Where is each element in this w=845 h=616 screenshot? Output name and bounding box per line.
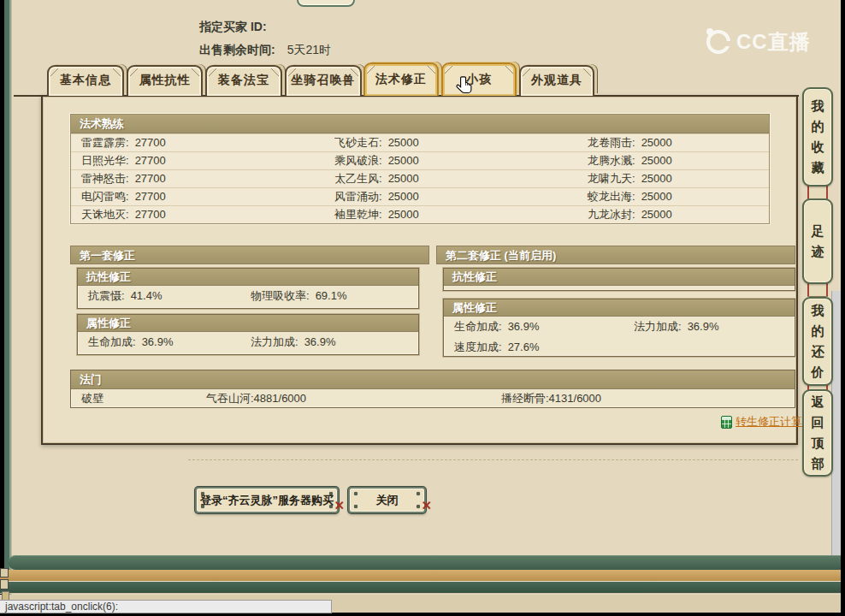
rebirth-correction-calculator-link[interactable]: 转生修正计算器 — [721, 414, 813, 429]
stat-label: 生命加成: — [88, 335, 136, 348]
tab-mount-summon[interactable]: 坐骑召唤兽 — [285, 65, 362, 96]
stat-value: 36.9% — [304, 335, 336, 348]
spell-entry: 袖里乾坤:25000 — [334, 206, 588, 223]
red-seal-icon: ✕ — [421, 494, 432, 517]
tab-label: 属性抗性 — [128, 67, 201, 93]
stat-entry: 法力加成:36.9% — [634, 317, 784, 337]
bottom-frame-bar-green — [0, 581, 841, 594]
spell-entry: 太乙生风:25000 — [334, 170, 588, 187]
stat-entry: 生命加成:36.9% — [88, 332, 251, 352]
tab-label: 坐骑召唤兽 — [287, 67, 360, 93]
spell-entry: 天诛地灭:27700 — [81, 206, 334, 223]
spell-row: 电闪雷鸣:27700 风雷涌动:25000 蛟龙出海:25000 — [71, 187, 769, 205]
bottom-frame-bar — [9, 555, 841, 570]
spell-row: 雷神怒击:27700 太乙生风:25000 龙啸九天:25000 — [71, 169, 769, 187]
set1-attr-row: 生命加成:36.9% 法力加成:36.9% — [78, 332, 418, 352]
detail-panel: 法术熟练 雷霆霹雳:27700 飞砂走石:25000 龙卷雨击:25000 日照… — [41, 95, 798, 445]
set1-resist-row: 抗震慑:41.4% 物理吸收率:69.1% — [78, 286, 418, 306]
famen-entry: 播经断骨:4131/6000 — [501, 389, 784, 407]
stat-entry: 法力加成:36.9% — [251, 332, 408, 352]
stat-entry: 速度加成:27.6% — [454, 337, 634, 358]
sale-time-value: 5天21时 — [287, 43, 331, 58]
stat-value: 27.6% — [508, 341, 540, 353]
spell-row: 日照光华:27700 乘风破浪:25000 龙腾水溅:25000 — [71, 151, 769, 169]
sidebar-label: 返回顶部 — [811, 392, 825, 474]
set2-attr-title: 属性修正 — [444, 299, 795, 317]
sidebar-label: 我的收藏 — [811, 96, 825, 178]
tab-attribute-resist[interactable]: 属性抗性 — [127, 65, 203, 96]
spell-name: 风雷涌动: — [334, 190, 382, 203]
spell-entry: 蛟龙出海:25000 — [588, 188, 759, 205]
spell-entry: 龙腾水溅:25000 — [588, 152, 759, 169]
spell-name: 雷神怒击: — [81, 172, 129, 185]
spell-entry: 龙卷雨击:25000 — [588, 134, 759, 151]
spell-value: 25000 — [641, 136, 672, 149]
window-frame-right — [841, 0, 845, 616]
first-set-title: 第一套修正 — [70, 246, 429, 264]
spell-value: 27700 — [135, 190, 166, 203]
spell-value: 25000 — [641, 208, 672, 221]
window-frame-left — [0, 0, 14, 616]
sidebar-back-to-top-button[interactable]: 返回顶部 — [802, 389, 833, 477]
spell-name: 太乙生风: — [334, 172, 382, 185]
sidebar-footprints-button[interactable]: 足迹 — [802, 198, 833, 284]
spell-entry: 电闪雷鸣:27700 — [81, 188, 334, 205]
spell-value: 27700 — [135, 154, 166, 167]
spell-value: 25000 — [388, 154, 419, 167]
spell-name: 龙卷雨击: — [588, 136, 635, 149]
stat-entry: 抗震慑:41.4% — [88, 286, 251, 306]
spell-value: 25000 — [388, 172, 419, 185]
spell-row: 天诛地灭:27700 袖里乾坤:25000 九龙冰封:25000 — [71, 205, 769, 223]
spell-name: 蛟龙出海: — [588, 190, 635, 203]
spell-name: 电闪雷鸣: — [81, 190, 129, 203]
spell-value: 25000 — [641, 190, 672, 203]
cc-live-logo-icon — [706, 30, 730, 54]
calculator-icon — [721, 416, 732, 429]
stat-value: 36.9% — [688, 320, 719, 333]
sidebar-my-counteroffer-button[interactable]: 我的还价 — [802, 297, 833, 386]
close-button-label: 关闭 — [376, 494, 399, 506]
cut-off-top-button[interactable] — [297, 0, 355, 7]
login-buy-button[interactable]: 登录“齐云灵脉”服务器购买 ✕ — [195, 487, 339, 513]
spell-name: 飞砂走石: — [334, 136, 382, 149]
famen-entry: 气吞山河:4881/6000 — [206, 389, 501, 407]
set1-resist-title: 抗性修正 — [78, 269, 418, 286]
sidebar-label: 足迹 — [811, 221, 825, 262]
tab-basic-info[interactable]: 基本信息 — [47, 65, 124, 96]
tab-equipment-treasure[interactable]: 装备法宝 — [205, 65, 282, 96]
set1-resist-box: 抗性修正 抗震慑:41.4% 物理吸收率:69.1% — [77, 268, 419, 309]
sidebar-my-favorites-button[interactable]: 我的收藏 — [802, 87, 833, 187]
spell-value: 27700 — [135, 208, 166, 221]
spell-value: 25000 — [388, 208, 419, 221]
mouse-pointer-cursor — [454, 75, 473, 96]
set2-resist-title: 抗性修正 — [444, 269, 795, 286]
stat-label: 法力加成: — [634, 320, 682, 333]
sale-time-label: 出售剩余时间: — [199, 43, 275, 58]
sidebar-connector — [807, 283, 828, 296]
login-buy-button-label: 登录“齐云灵脉”服务器购买 — [200, 494, 334, 506]
spell-name: 日照光华: — [81, 154, 129, 167]
famen-title: 法门 — [71, 370, 795, 389]
cc-live-logo-text: CC直播 — [736, 28, 811, 56]
tab-spell-correction[interactable]: 法术修正 — [363, 62, 439, 96]
tab-label: 法术修正 — [365, 64, 437, 93]
tab-appearance-items[interactable]: 外观道具 — [519, 65, 594, 96]
tab-child[interactable]: 小孩 — [441, 62, 517, 96]
spell-entry: 乘风破浪:25000 — [334, 152, 588, 169]
frame-corner-block — [0, 568, 9, 578]
spell-value: 25000 — [641, 154, 672, 167]
stat-entry: 物理吸收率:69.1% — [251, 286, 408, 306]
famen-row: 破壁 气吞山河:4881/6000 播经断骨:4131/6000 — [71, 389, 795, 407]
sidebar-connector — [807, 186, 828, 198]
frame-corner-block — [0, 579, 9, 589]
spell-entry: 龙啸九天:25000 — [588, 170, 759, 187]
set1-attr-title: 属性修正 — [78, 315, 418, 332]
close-button[interactable]: 关闭 ✕ — [348, 487, 426, 513]
spell-name: 龙啸九天: — [588, 172, 635, 185]
spell-name: 雷霆霹雳: — [81, 136, 129, 149]
tab-label: 基本信息 — [49, 67, 122, 93]
spell-mastery-table: 法术熟练 雷霆霹雳:27700 飞砂走石:25000 龙卷雨击:25000 日照… — [70, 114, 770, 224]
spell-value: 25000 — [641, 172, 672, 185]
spell-name: 天诛地灭: — [81, 208, 129, 221]
stat-label: 抗震慑: — [88, 289, 125, 302]
